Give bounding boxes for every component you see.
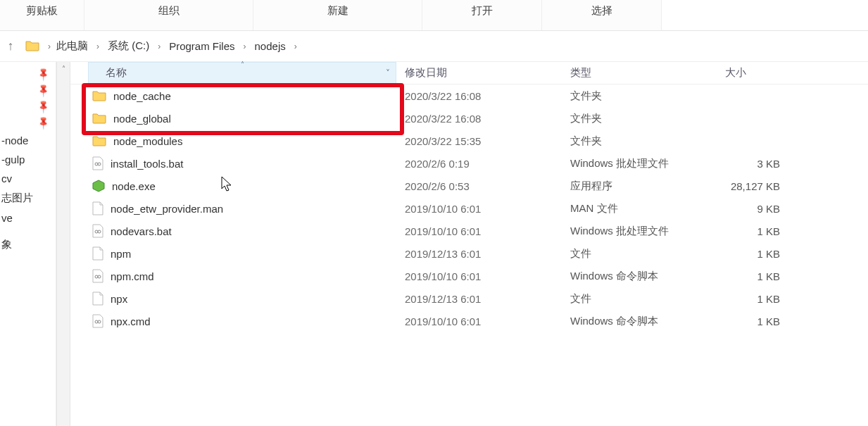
sidebar-item[interactable]: -gulp	[0, 150, 56, 169]
folder-icon	[92, 112, 106, 125]
chevron-right-icon[interactable]: ›	[291, 42, 300, 51]
file-name-cell[interactable]: install_tools.bat	[88, 156, 396, 170]
address-bar[interactable]: ↑ › 此电脑 › 系统 (C:) › Program Files › node…	[0, 31, 868, 62]
sort-asc-icon: ˄	[241, 61, 244, 68]
exe-icon	[92, 180, 105, 192]
column-header-name[interactable]: ˄ 名称 ˅	[88, 62, 396, 84]
breadcrumb-item[interactable]: nodejs	[252, 39, 289, 54]
file-name-cell[interactable]: node_cache	[88, 89, 396, 102]
file-row[interactable]: node_global2020/3/22 16:08文件夹	[70, 107, 868, 130]
column-header-size[interactable]: 大小	[717, 66, 787, 80]
ribbon-tab-new[interactable]: 新建	[253, 0, 422, 30]
file-type-cell: 文件	[562, 292, 717, 306]
file-date-cell: 2019/10/10 6:01	[396, 225, 562, 237]
up-one-level-icon[interactable]: ↑	[3, 39, 18, 54]
file-row[interactable]: npm2019/12/13 6:01文件1 KB	[70, 242, 868, 265]
file-row[interactable]: node.exe2020/2/6 0:53应用程序28,127 KB	[70, 175, 868, 197]
file-type-cell: 文件夹	[562, 112, 717, 125]
file-size-cell: 1 KB	[717, 270, 787, 282]
chevron-down-icon[interactable]: ˅	[386, 68, 390, 78]
column-header-date[interactable]: 修改日期	[396, 66, 562, 80]
breadcrumb-item[interactable]: 系统 (C:)	[105, 38, 152, 54]
file-icon	[92, 292, 103, 306]
chevron-right-icon[interactable]: ›	[155, 42, 163, 51]
file-type-cell: Windows 命令脚本	[562, 315, 717, 328]
folder-icon	[25, 39, 41, 54]
file-rows: node_cache2020/3/22 16:08文件夹node_global2…	[70, 84, 868, 332]
breadcrumb-item[interactable]: 此电脑	[54, 38, 91, 54]
file-name-label: node.exe	[112, 180, 156, 192]
file-date-cell: 2020/3/22 15:35	[396, 135, 562, 147]
file-row[interactable]: node_modules2020/3/22 15:35文件夹	[70, 130, 868, 152]
file-date-cell: 2020/3/22 16:08	[396, 113, 562, 125]
file-size-cell: 1 KB	[717, 225, 787, 237]
chevron-right-icon[interactable]: ›	[241, 42, 249, 51]
file-row[interactable]: npm.cmd2019/10/10 6:01Windows 命令脚本1 KB	[70, 265, 868, 287]
column-header-type[interactable]: 类型	[562, 66, 717, 80]
file-name-cell[interactable]: node_modules	[88, 134, 396, 147]
sidebar-item[interactable]: cv	[0, 169, 56, 188]
ribbon-tab-select[interactable]: 选择	[542, 0, 662, 30]
file-name-cell[interactable]: node.exe	[88, 180, 396, 192]
file-date-cell: 2019/10/10 6:01	[396, 315, 562, 327]
chevron-right-icon[interactable]: ›	[45, 42, 54, 51]
ribbon-tab-organize[interactable]: 组织	[84, 0, 253, 30]
file-type-cell: Windows 命令脚本	[562, 270, 717, 283]
file-row[interactable]: npx.cmd2019/10/10 6:01Windows 命令脚本1 KB	[70, 310, 868, 332]
file-date-cell: 2019/12/13 6:01	[396, 293, 562, 305]
file-name-label: node_global	[113, 113, 171, 125]
file-type-cell: MAN 文件	[562, 202, 717, 215]
file-row[interactable]: node_cache2020/3/22 16:08文件夹	[70, 84, 868, 107]
file-date-cell: 2020/3/22 16:08	[396, 90, 562, 102]
sidebar-item[interactable]	[0, 227, 56, 234]
pin-icon: 📌	[35, 67, 51, 82]
file-type-cell: 文件夹	[562, 89, 717, 103]
file-type-cell: Windows 批处理文件	[562, 157, 717, 170]
sidebar-item[interactable]: ve	[0, 208, 56, 227]
column-headers: ˄ 名称 ˅ 修改日期 类型 大小	[70, 62, 868, 84]
scroll-up-icon[interactable]: ˄	[62, 62, 65, 73]
folder-icon	[92, 89, 106, 102]
file-name-label: nodevars.bat	[111, 225, 172, 237]
file-row[interactable]: node_etw_provider.man2019/10/10 6:01MAN …	[70, 197, 868, 220]
file-date-cell: 2020/2/6 0:53	[396, 180, 562, 192]
ribbon: 剪贴板 组织 新建 打开 选择	[0, 0, 868, 31]
file-name-cell[interactable]: node_global	[88, 112, 396, 125]
file-name-cell[interactable]: node_etw_provider.man	[88, 201, 396, 215]
sidebar-item[interactable]: 志图片	[0, 188, 56, 208]
file-size-cell: 1 KB	[717, 248, 787, 260]
sidebar-item[interactable]: -node	[0, 131, 56, 150]
file-size-cell: 1 KB	[717, 315, 787, 327]
sidebar: 📌 📌 📌 📌 -node -gulp cv 志图片 ve 象	[0, 62, 56, 426]
breadcrumb-item[interactable]: Program Files	[166, 39, 237, 54]
file-type-cell: 文件	[562, 247, 717, 261]
file-name-label: npm	[111, 248, 131, 260]
file-row[interactable]: npx2019/12/13 6:01文件1 KB	[70, 287, 868, 310]
column-header-name-label: 名称	[106, 66, 127, 80]
file-name-label: npx.cmd	[111, 315, 151, 327]
file-row[interactable]: install_tools.bat2020/2/6 0:19Windows 批处…	[70, 152, 868, 175]
folder-icon	[92, 134, 106, 147]
file-size-cell: 28,127 KB	[717, 180, 787, 192]
file-name-cell[interactable]: npm.cmd	[88, 269, 396, 283]
sidebar-scrollbar[interactable]: ˄	[56, 62, 70, 426]
file-name-cell[interactable]: npx	[88, 292, 396, 306]
ribbon-tab-open[interactable]: 打开	[422, 0, 542, 30]
svg-marker-2	[93, 180, 104, 192]
file-name-cell[interactable]: npx.cmd	[88, 314, 396, 328]
file-name-cell[interactable]: nodevars.bat	[88, 224, 396, 238]
pin-icon: 📌	[35, 115, 51, 131]
chevron-right-icon[interactable]: ›	[94, 42, 102, 51]
file-name-cell[interactable]: npm	[88, 246, 396, 261]
breadcrumb: 此电脑 › 系统 (C:) › Program Files › nodejs ›	[54, 38, 300, 54]
file-name-label: node_cache	[113, 90, 171, 102]
sidebar-item[interactable]: 象	[0, 234, 56, 255]
explorer-window: 剪贴板 组织 新建 打开 选择 ↑ › 此电脑 › 系统 (C:) › Prog…	[0, 0, 868, 426]
file-date-cell: 2019/10/10 6:01	[396, 203, 562, 215]
file-name-label: node_modules	[113, 135, 182, 147]
file-name-label: install_tools.bat	[111, 158, 183, 170]
file-row[interactable]: nodevars.bat2019/10/10 6:01Windows 批处理文件…	[70, 220, 868, 242]
file-size-cell: 9 KB	[717, 203, 787, 215]
ribbon-tab-clipboard[interactable]: 剪贴板	[0, 0, 84, 30]
bat-icon	[92, 224, 103, 238]
